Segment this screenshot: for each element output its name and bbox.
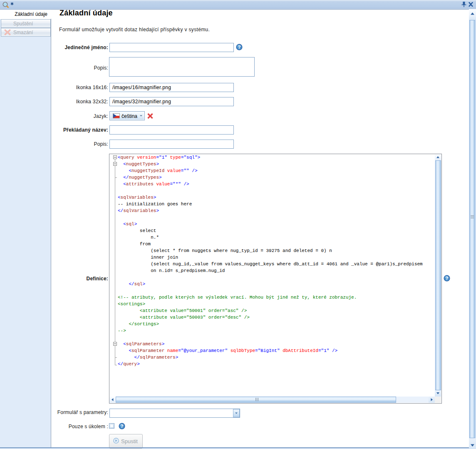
svg-text:?: ? [121,424,124,429]
svg-text:?: ? [238,45,241,50]
svg-text:?: ? [446,276,449,281]
